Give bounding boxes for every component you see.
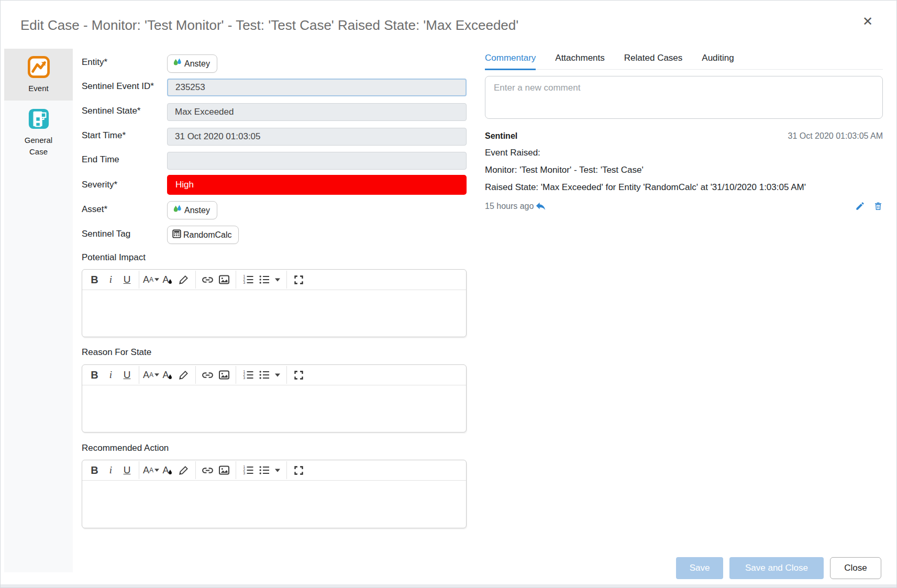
severity-value-bar[interactable]: High xyxy=(167,175,467,195)
highlighter-icon[interactable] xyxy=(175,462,192,479)
underline-icon[interactable]: U xyxy=(119,271,135,288)
toolbar-divider xyxy=(286,366,287,384)
event-id-label: Sentinel Event ID* xyxy=(82,81,154,92)
new-comment-input[interactable] xyxy=(485,76,883,119)
font-size-dropdown-icon[interactable]: AA xyxy=(143,367,159,383)
recommended-action-content[interactable] xyxy=(82,481,466,528)
italic-icon[interactable]: i xyxy=(103,367,119,383)
unordered-list-icon[interactable] xyxy=(256,462,272,479)
toolbar-divider xyxy=(139,271,139,289)
general-case-icon xyxy=(28,108,50,132)
font-color-icon[interactable]: A xyxy=(159,271,175,288)
sidebar-item-general-case[interactable]: General Case xyxy=(4,101,73,164)
sentinel-tag-chip[interactable]: RandomCalc xyxy=(167,226,239,244)
underline-icon[interactable]: U xyxy=(119,462,135,479)
sentinel-event-id-input[interactable] xyxy=(167,79,467,96)
sentinel-tag-chip-label: RandomCalc xyxy=(183,230,231,240)
close-button[interactable]: Close xyxy=(830,557,881,579)
list-dropdown-icon[interactable] xyxy=(272,367,283,383)
reason-for-state-label: Reason For State xyxy=(82,347,151,358)
asset-chip-label: Anstey xyxy=(184,206,210,215)
font-size-dropdown-icon[interactable]: AA xyxy=(143,462,159,479)
close-icon[interactable]: ✕ xyxy=(858,12,877,31)
entity-label: Entity* xyxy=(82,57,107,68)
svg-text:3: 3 xyxy=(243,471,245,475)
image-icon[interactable] xyxy=(216,367,232,383)
window-bottom-edge xyxy=(1,584,896,587)
editor-toolbar: B i U AA A 123 xyxy=(82,270,466,290)
image-icon[interactable] xyxy=(216,271,232,288)
potential-impact-content[interactable] xyxy=(82,290,466,337)
toolbar-divider xyxy=(286,271,287,289)
tab-attachments[interactable]: Attachments xyxy=(555,53,605,69)
bold-icon[interactable]: B xyxy=(86,367,103,383)
highlighter-icon[interactable] xyxy=(175,367,192,383)
toolbar-divider xyxy=(236,366,236,384)
sidebar-item-label: Event xyxy=(18,83,60,94)
unordered-list-icon[interactable] xyxy=(256,367,272,383)
reply-icon[interactable] xyxy=(535,200,547,212)
tab-related-cases[interactable]: Related Cases xyxy=(624,53,683,69)
highlighter-icon[interactable] xyxy=(175,271,192,288)
link-icon[interactable] xyxy=(200,271,216,288)
list-dropdown-icon[interactable] xyxy=(272,462,283,479)
case-type-sidebar: Event General Case xyxy=(4,49,73,572)
recommended-action-label: Recommended Action xyxy=(82,443,169,453)
entity-chip[interactable]: Anstey xyxy=(167,54,217,73)
reason-for-state-editor: B i U AA A 123 xyxy=(82,364,467,432)
italic-icon[interactable]: i xyxy=(103,271,119,288)
page-title: Edit Case - Monitor: 'Test Monitor' - Te… xyxy=(20,17,518,34)
toolbar-divider xyxy=(139,461,139,479)
link-icon[interactable] xyxy=(200,367,216,383)
comment-line: Raised State: 'Max Exceeded' for Entity … xyxy=(485,182,883,193)
sidebar-item-label: General Case xyxy=(18,135,60,158)
comment-line: Event Raised: xyxy=(485,147,883,158)
toolbar-divider xyxy=(195,461,196,479)
font-size-dropdown-icon[interactable]: AA xyxy=(143,271,159,288)
editor-toolbar: B i U AA A 123 xyxy=(82,365,466,385)
sentinel-state-input[interactable] xyxy=(167,103,467,121)
save-and-close-button[interactable]: Save and Close xyxy=(729,557,824,579)
list-dropdown-icon[interactable] xyxy=(272,271,283,288)
fullscreen-icon[interactable] xyxy=(291,462,307,479)
calculator-icon xyxy=(172,229,181,240)
svg-text:3: 3 xyxy=(243,281,245,284)
editor-toolbar: B i U AA A 123 xyxy=(82,460,466,481)
start-time-input[interactable] xyxy=(167,128,467,146)
svg-text:3: 3 xyxy=(243,376,245,380)
toolbar-divider xyxy=(195,366,196,384)
bold-icon[interactable]: B xyxy=(86,462,103,479)
start-time-label: Start Time* xyxy=(82,130,126,141)
delete-comment-icon[interactable] xyxy=(873,201,883,211)
edit-comment-icon[interactable] xyxy=(855,201,865,211)
ordered-list-icon[interactable]: 123 xyxy=(240,271,256,288)
underline-icon[interactable]: U xyxy=(119,367,135,383)
italic-icon[interactable]: i xyxy=(103,462,119,479)
font-color-icon[interactable]: A xyxy=(159,367,175,383)
fullscreen-icon[interactable] xyxy=(291,367,307,383)
ordered-list-icon[interactable]: 123 xyxy=(240,462,256,479)
entity-chip-label: Anstey xyxy=(184,59,210,69)
asset-chip[interactable]: Anstey xyxy=(167,201,217,219)
severity-value: High xyxy=(175,180,194,190)
reason-for-state-content[interactable] xyxy=(82,385,466,432)
end-time-input[interactable] xyxy=(167,152,467,170)
asset-label: Asset* xyxy=(82,204,107,215)
event-chart-icon xyxy=(28,56,50,80)
unordered-list-icon[interactable] xyxy=(256,271,272,288)
link-icon[interactable] xyxy=(200,462,216,479)
tab-auditing[interactable]: Auditing xyxy=(702,53,734,69)
fullscreen-icon[interactable] xyxy=(291,271,307,288)
comment-timestamp: 31 Oct 2020 01:03:05 AM xyxy=(788,131,883,141)
comment-author: Sentinel xyxy=(485,131,517,141)
sentinel-tag-label: Sentinel Tag xyxy=(82,229,130,239)
tab-commentary[interactable]: Commentary xyxy=(485,53,536,70)
font-color-icon[interactable]: A xyxy=(159,462,175,479)
bold-icon[interactable]: B xyxy=(86,271,103,288)
sidebar-item-event[interactable]: Event xyxy=(4,49,73,101)
image-icon[interactable] xyxy=(216,462,232,479)
save-button[interactable]: Save xyxy=(676,557,723,579)
comment-item: Sentinel 31 Oct 2020 01:03:05 AM Event R… xyxy=(485,131,883,212)
severity-label: Severity* xyxy=(82,180,117,190)
ordered-list-icon[interactable]: 123 xyxy=(240,367,256,383)
